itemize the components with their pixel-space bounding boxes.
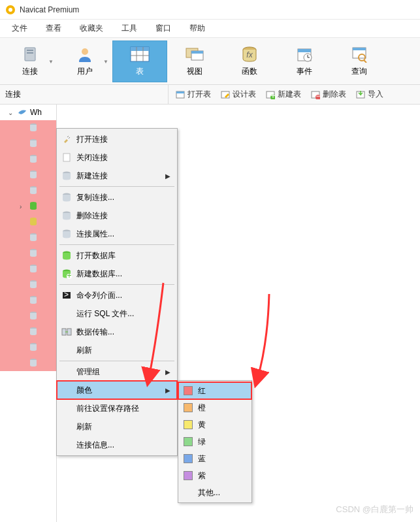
ctx-颜色[interactable]: 颜色▶ [57,381,177,399]
color-swatch [184,403,193,412]
database-icon [29,248,39,259]
database-icon [29,358,39,368]
tree-db-item[interactable]: › [0,199,56,214]
action-design-table[interactable]: 设计表 [216,88,260,101]
color-其他...[interactable]: 其他... [178,484,251,501]
ctx-刷新[interactable]: 刷新 [57,341,177,359]
action-new-table[interactable]: +新建表 [261,88,305,101]
tree-db-item[interactable] [0,277,56,293]
color-紫[interactable]: 紫 [178,467,251,484]
ctx-连接信息...[interactable]: 连接信息... [57,436,177,454]
blank-icon [61,366,73,378]
blank-icon [61,421,73,432]
tree-db-item[interactable] [0,308,56,324]
ctx-删除连接[interactable]: 删除连接 [57,206,177,225]
ctx-关闭连接[interactable]: 关闭连接 [57,148,177,167]
database-icon [29,170,39,180]
ctx-前往设置保存路径[interactable]: 前往设置保存路径 [57,399,177,417]
svg-rect-17 [298,49,311,52]
event-icon [294,45,315,63]
ctx-连接属性...[interactable]: 连接属性... [57,225,177,243]
tree-root[interactable]: ⌄ Wh [0,105,56,120]
chevron-right-icon: ▶ [165,387,170,394]
database-icon [29,233,39,243]
ctx-运行 SQL 文件...[interactable]: 运行 SQL 文件... [57,304,177,323]
tree-db-item[interactable] [0,230,56,246]
db-copy-icon [61,191,73,203]
app-title: Navicat Premium [20,5,79,14]
database-icon [29,280,39,290]
query-icon [349,45,370,63]
color-黄[interactable]: 黄 [178,416,251,433]
toolbar-function[interactable]: fx 函数 [222,41,277,82]
expand-icon[interactable]: ⌄ [8,109,14,116]
function-icon: fx [239,45,260,63]
tree-db-item[interactable] [0,167,56,183]
svg-rect-7 [131,47,149,51]
titlebar: Navicat Premium [0,0,420,20]
menu-help[interactable]: 帮助 [180,20,214,37]
tree-db-item[interactable] [0,261,56,277]
open-icon [175,90,186,100]
subbar-left-label: 连接 [0,85,169,104]
tree-db-item[interactable] [0,152,56,167]
tree-db-item[interactable] [0,183,56,199]
tree-db-item[interactable] [0,324,56,340]
db-open-icon [61,250,73,261]
toolbar-table[interactable]: 表 [112,41,167,82]
database-icon [29,327,39,337]
tree-db-item[interactable] [0,293,56,308]
plug-icon [61,133,73,145]
ctx-复制连接...[interactable]: 复制连接... [57,188,177,206]
db-prop-icon [61,228,73,240]
color-绿[interactable]: 绿 [178,433,251,450]
color-submenu: 红橙黄绿蓝紫其他... [178,380,252,503]
db-add-icon: + [61,268,73,280]
toolbar-user[interactable]: 用户 ▼ [57,41,112,82]
menu-favorites[interactable]: 收藏夹 [71,20,112,37]
menu-window[interactable]: 窗口 [146,20,180,37]
toolbar-view[interactable]: 视图 [167,41,222,82]
database-icon [29,201,39,212]
ctx-打开连接[interactable]: 打开连接 [57,130,177,148]
tree-db-item[interactable] [0,214,56,230]
chevron-right-icon: ▶ [165,172,170,180]
toolbar-event[interactable]: 事件 [277,41,332,82]
menu-file[interactable]: 文件 [3,20,37,37]
ctx-新建连接[interactable]: 新建连接▶ [57,167,177,185]
server-icon [20,45,40,63]
svg-line-51 [67,136,69,137]
color-swatch [184,454,193,463]
blank-icon [61,384,73,396]
toolbar-connection[interactable]: 连接 ▼ [3,41,57,82]
chevron-down-icon: ▼ [103,59,108,65]
tree-db-item[interactable] [0,136,56,152]
ctx-管理组[interactable]: 管理组▶ [57,363,177,381]
toolbar-query[interactable]: 查询 [332,41,387,82]
menu-view[interactable]: 查看 [37,20,71,37]
expand-icon[interactable]: › [20,203,26,210]
ctx-新建数据库...[interactable]: +新建数据库... [57,265,177,283]
blank-icon [61,308,73,319]
tree-db-item[interactable] [0,355,56,371]
action-open-table[interactable]: 打开表 [171,88,215,101]
tree-db-item[interactable] [0,340,56,355]
action-import[interactable]: 导入 [351,88,387,101]
ctx-打开数据库[interactable]: 打开数据库 [57,246,177,265]
color-蓝[interactable]: 蓝 [178,450,251,467]
tree-db-item[interactable] [0,246,56,261]
tree-db-item[interactable] [0,120,56,136]
menu-tools[interactable]: 工具 [112,20,146,37]
color-swatch [184,386,193,395]
ctx-数据传输...[interactable]: 数据传输... [57,323,177,341]
ctx-刷新[interactable]: 刷新 [57,417,177,436]
db-del-icon [61,210,73,221]
action-delete-table[interactable]: −删除表 [306,88,350,101]
color-橙[interactable]: 橙 [178,399,251,416]
subbar-actions: 打开表 设计表 +新建表 −删除表 导入 [169,88,420,101]
design-icon [220,90,231,100]
color-红[interactable]: 红 [178,382,251,399]
database-icon [29,217,39,227]
database-icon [29,264,39,274]
ctx-命令列介面...[interactable]: >_命令列介面... [57,286,177,304]
